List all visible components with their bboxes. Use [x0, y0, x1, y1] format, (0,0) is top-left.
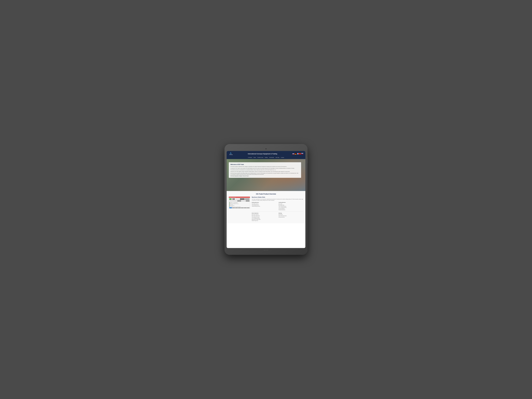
screenshot-checkboxes: Length belt > 0 ie no longitudinal buffi… — [229, 202, 249, 207]
screen-block-gray — [232, 198, 233, 200]
checkbox-5 — [229, 205, 230, 206]
cutting-item-4: Cross Cutting Machines — [279, 207, 303, 208]
welcome-para-5: More than 30 years experience with belti… — [230, 173, 299, 175]
divers-item-1: Belt Feeder Machine — [252, 214, 276, 215]
website-content[interactable]: ICE-Trade International Conveyor Equipme… — [227, 151, 305, 248]
product-col-buffing: Buffing Machines Belt Buffing Machine Cl… — [252, 202, 276, 210]
product-col-winding: Winding Belt Winders Drive Unit & Belt S… — [279, 213, 303, 221]
product-overview-title: ICE-Trade Product Overview — [229, 193, 303, 195]
divers-item-3: Cleat-Sidewall Presses — [252, 216, 276, 218]
ice-trade-logo-icon: ICE-Trade — [229, 152, 233, 156]
divers-item-4: Cover Stripping Machine — [252, 218, 276, 219]
nav-news[interactable]: News — [253, 157, 256, 158]
buffing-item-3: Sidewall Buffing Machine — [252, 206, 276, 207]
checkbox-1 — [229, 202, 230, 203]
home-dot-1 — [264, 250, 265, 251]
winding-title: Winding — [279, 213, 303, 214]
welcome-tagline: ICE-Trade Going Above & Beyond ! Since 2… — [230, 176, 299, 176]
tablet-top-bar — [227, 147, 305, 150]
divers-item-5: Measuring & Cutting Table — [252, 219, 276, 220]
checkbox-label-3: Pattern transverse buffing OK, it not se… — [230, 203, 239, 204]
checkbox-4 — [229, 204, 230, 205]
welcome-para-3: The machines and tools are manufactured … — [230, 169, 299, 171]
product-columns-2: Divers Machines Belt Feeder Machine Belt… — [252, 213, 303, 221]
divers-item-6: Rubber Ring Press — [252, 220, 276, 221]
screen-btn-7 — [247, 207, 249, 208]
flag-uk[interactable] — [292, 153, 294, 154]
product-info: Machinery Rubber Belts ICE-Trade is spec… — [252, 196, 303, 221]
checkbox-7 — [229, 207, 230, 207]
winding-item-1: Belt Winders — [279, 214, 303, 215]
checkbox-label-5: Selection buffing mode — [230, 205, 234, 206]
screen-block-dark — [233, 198, 234, 200]
product-screenshot: ICE-Trade Machine Control — [229, 196, 250, 209]
screen-block-gray2 — [245, 198, 249, 200]
flag-cn[interactable] — [299, 153, 301, 154]
welcome-title: Welcome at ICE-Trade — [230, 164, 299, 165]
logo-area[interactable]: ICE-Trade — [229, 152, 233, 156]
screenshot-body: Length belt > 0 ie no longitudinal buffi… — [229, 198, 250, 209]
nav-company[interactable]: Company — [248, 157, 252, 158]
flag-fr[interactable] — [297, 153, 299, 154]
cutting-title: Cutting Machines — [279, 202, 303, 203]
cutting-item-1: Belt Cutters — [279, 203, 303, 204]
product-col-cutting: Cutting Machines Belt Cutters Belt Slitt… — [279, 202, 303, 210]
cutting-item-3: Cleat Cutting Machines — [279, 206, 303, 207]
flag-de[interactable] — [295, 153, 297, 154]
checkbox-6 — [229, 206, 230, 206]
product-overview-section: ICE-Trade Product Overview ICE-Trade Mac… — [227, 191, 305, 223]
main-nav[interactable]: Company News Product Lines Gallery Downl… — [229, 156, 303, 158]
cutting-item-5: Grooving Machine — [279, 208, 303, 209]
welcome-para-4: Furthermore ICE-Trade supplies conveyor … — [230, 171, 299, 172]
nav-product-lines[interactable]: Product Lines — [257, 157, 263, 158]
screenshot-btn-row — [229, 207, 249, 208]
screen-btn-1 — [229, 207, 232, 208]
nav-gallery[interactable]: Gallery — [265, 157, 268, 158]
screen-btn-2 — [232, 207, 235, 208]
welcome-para-1: ICE-Trade ® founded in September 2001 in… — [230, 166, 299, 167]
language-flags[interactable] — [292, 153, 303, 154]
nav-sitemap[interactable]: Site Map — [275, 157, 279, 158]
welcome-box: Welcome at ICE-Trade ICE-Trade ® founded… — [229, 162, 301, 178]
checkbox-3 — [229, 203, 230, 204]
screen-block-green — [229, 198, 231, 200]
product-columns: Buffing Machines Belt Buffing Machine Cl… — [252, 202, 303, 210]
site-header: ICE-Trade International Conveyor Equipme… — [227, 151, 305, 159]
buffing-item-1: Belt Buffing Machine — [252, 203, 276, 204]
home-dot-3 — [267, 250, 268, 251]
product-grid: ICE-Trade Machine Control — [229, 196, 303, 221]
nav-downloads[interactable]: Downloads — [269, 157, 274, 158]
tablet-device: ICE-Trade International Conveyor Equipme… — [224, 144, 308, 255]
screenshot-header-text: ICE-Trade Machine Control — [229, 197, 236, 198]
nav-contact[interactable]: Contact — [281, 157, 284, 158]
checkbox-label-7: Nr of transverse > 0 and C > 0 or no-tra… — [230, 207, 241, 207]
checkbox-label-1: Length belt > 0 ie no longitudinal buffi… — [230, 202, 238, 203]
buffing-title: Buffing Machines — [252, 202, 276, 203]
product-image-area: ICE-Trade Machine Control — [229, 196, 250, 221]
screen-btn-6 — [244, 207, 247, 208]
svg-marker-0 — [230, 152, 231, 154]
product-divider — [252, 211, 303, 212]
home-dot-2 — [266, 250, 266, 251]
buffing-item-2: Cleat Buffing Machine — [252, 204, 276, 206]
screen-block-light — [235, 198, 240, 200]
flag-ru[interactable] — [301, 153, 303, 154]
screen-block-light3 — [241, 200, 245, 202]
checkbox-label-2: Width belt > 0 ie no transverse buffing — [230, 203, 237, 203]
screen-btn-3 — [235, 207, 238, 208]
product-col-divers: Divers Machines Belt Feeder Machine Belt… — [252, 213, 276, 221]
screen-block-dark2 — [240, 198, 245, 200]
product-category-title: Machinery Rubber Belts — [252, 196, 303, 198]
screenshot-header: ICE-Trade Machine Control — [229, 197, 250, 198]
product-description: ICE-Trade is specialized in the developm… — [252, 199, 303, 201]
welcome-para-2: In January 2017 ICE-Trade sro was founde… — [230, 168, 299, 169]
screen-block-light2 — [229, 200, 237, 202]
checkbox-label-4: No Z selection — [230, 204, 233, 205]
screen-block-gray4 — [246, 200, 249, 202]
tablet-screen: ICE-Trade International Conveyor Equipme… — [227, 151, 305, 248]
winding-item-2: Drive Unit & Belt Stands — [279, 215, 303, 216]
header-top: ICE-Trade International Conveyor Equipme… — [229, 152, 303, 156]
cutting-item-6: Perforator Machines — [279, 209, 303, 210]
checkbox-label-6: Thickness belt > 0 — [230, 206, 234, 206]
screen-block-gray3 — [237, 200, 241, 202]
